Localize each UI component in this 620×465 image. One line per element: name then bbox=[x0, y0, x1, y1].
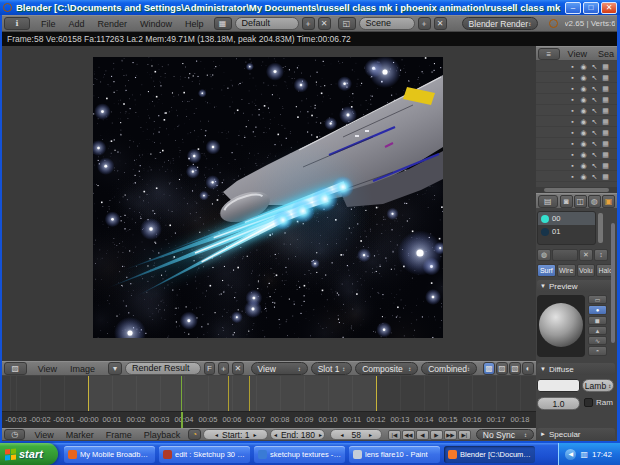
screen-layout-field[interactable]: Default bbox=[235, 17, 299, 30]
material-slot[interactable]: 01 bbox=[538, 225, 595, 238]
properties-tab[interactable]: ◙ bbox=[560, 195, 573, 208]
editor-type-image-icon[interactable]: ▨ bbox=[4, 362, 27, 375]
hide-eye-icon[interactable]: ◉ bbox=[579, 107, 588, 114]
datablock-button[interactable]: ◍ bbox=[537, 249, 551, 261]
screen-layout-browse-icon[interactable]: ▦ bbox=[214, 17, 232, 30]
menu-item[interactable]: Add bbox=[67, 19, 87, 29]
selectable-arrow-icon[interactable]: ↖ bbox=[590, 107, 599, 114]
specular-panel-header[interactable]: ► Specular bbox=[537, 428, 615, 440]
timeline-ruler[interactable]: -00:03-00:02-00:01-00:0000:0100:0200:030… bbox=[2, 411, 536, 428]
material-type-button[interactable]: Surf bbox=[537, 264, 556, 277]
hide-eye-icon[interactable]: ◉ bbox=[579, 74, 588, 81]
menu-item[interactable]: View bbox=[566, 49, 589, 59]
menu-item[interactable]: Playback bbox=[142, 430, 183, 440]
task-button[interactable]: edit : Sketchup 30 m... bbox=[159, 446, 250, 463]
object-dot-icon[interactable]: ▪ bbox=[568, 107, 577, 114]
outliner-row[interactable]: ▪◉↖▦ bbox=[536, 116, 617, 127]
datablock-button[interactable]: ✕ bbox=[579, 249, 593, 261]
slot-list-scrollbar[interactable] bbox=[598, 213, 603, 243]
playback-button[interactable]: ◀◀ bbox=[402, 430, 415, 440]
hide-eye-icon[interactable]: ◉ bbox=[579, 162, 588, 169]
image-browse-icon[interactable]: ▾ bbox=[108, 362, 122, 375]
menu-item[interactable]: Help bbox=[183, 19, 206, 29]
preview-type-button[interactable]: ◓ bbox=[588, 346, 607, 355]
timeline-body[interactable] bbox=[2, 376, 536, 411]
current-frame-field[interactable]: ◂ 58 ▸ bbox=[330, 429, 381, 440]
timeline-marker[interactable] bbox=[376, 376, 377, 411]
preview-type-button[interactable]: ◼ bbox=[588, 316, 607, 325]
channel-button[interactable]: ▩ bbox=[483, 362, 495, 375]
datablock-button[interactable] bbox=[552, 249, 578, 261]
timeline-marker[interactable] bbox=[249, 376, 250, 411]
diffuse-shader-dropdown[interactable]: Lamb ↕ bbox=[582, 379, 614, 392]
image-name-field[interactable]: Render Result bbox=[125, 362, 201, 375]
render-engine-dropdown[interactable]: Blender Render ↕ bbox=[462, 17, 538, 30]
selectable-arrow-icon[interactable]: ↖ bbox=[590, 140, 599, 147]
render-restrict-icon[interactable]: ▦ bbox=[601, 107, 610, 114]
hide-eye-icon[interactable]: ◉ bbox=[579, 140, 588, 147]
object-dot-icon[interactable]: ▪ bbox=[568, 151, 577, 158]
outliner-row[interactable]: ▪◉↖▦ bbox=[536, 127, 617, 138]
outliner-row[interactable]: ▪◉↖▦ bbox=[536, 160, 617, 171]
hide-icons-chevron-icon[interactable]: ◀ bbox=[565, 449, 576, 460]
selectable-arrow-icon[interactable]: ↖ bbox=[590, 63, 599, 70]
timeline-marker[interactable] bbox=[228, 376, 229, 411]
menu-item[interactable]: File bbox=[39, 19, 58, 29]
decrement-arrow-icon[interactable]: ◂ bbox=[274, 431, 277, 438]
layer-dropdown[interactable]: Composite ↕ bbox=[355, 362, 418, 375]
ramp-checkbox[interactable] bbox=[584, 398, 593, 407]
pass-dropdown[interactable]: Combined ↕ bbox=[421, 362, 477, 375]
menu-item[interactable]: Render bbox=[96, 19, 130, 29]
outliner-row[interactable]: ▪◉↖▦ bbox=[536, 61, 617, 72]
task-button[interactable]: lens flare10 - Paint bbox=[349, 446, 440, 463]
preview-type-button[interactable]: ▭ bbox=[588, 295, 607, 304]
outliner-row[interactable]: ▪◉↖▦ bbox=[536, 171, 617, 182]
channel-button[interactable]: ▧ bbox=[509, 362, 521, 375]
playback-button[interactable]: ▶ bbox=[430, 430, 443, 440]
playback-button[interactable]: |◀ bbox=[388, 430, 401, 440]
start-frame-field[interactable]: ◂ Start: 1 ▸ bbox=[203, 429, 269, 440]
selectable-arrow-icon[interactable]: ↖ bbox=[590, 96, 599, 103]
network-icon[interactable]: ▥ bbox=[580, 450, 588, 459]
render-restrict-icon[interactable]: ▦ bbox=[601, 151, 610, 158]
menu-item[interactable]: Image bbox=[68, 364, 97, 374]
diffuse-intensity-slider[interactable]: 1.0 bbox=[537, 397, 580, 410]
menu-item[interactable]: View bbox=[36, 364, 59, 374]
minimize-button[interactable]: – bbox=[565, 2, 581, 14]
menu-item[interactable]: Window bbox=[138, 19, 174, 29]
timeline-marker[interactable] bbox=[88, 376, 89, 411]
properties-tab[interactable]: ◫ bbox=[574, 195, 587, 208]
material-type-button[interactable]: Wire bbox=[557, 264, 576, 277]
preview-type-button[interactable]: ∿ bbox=[588, 336, 607, 345]
render-restrict-icon[interactable]: ▦ bbox=[601, 96, 610, 103]
diffuse-panel-header[interactable]: ▼ Diffuse bbox=[537, 363, 615, 375]
outliner-row[interactable]: ▪◉↖▦ bbox=[536, 105, 617, 116]
add-layout-plus-icon[interactable]: ＋ bbox=[302, 17, 315, 30]
increment-arrow-icon[interactable]: ▸ bbox=[319, 431, 322, 438]
task-button[interactable]: Blender [C:\Documen... bbox=[444, 446, 535, 463]
hide-eye-icon[interactable]: ◉ bbox=[579, 129, 588, 136]
datablock-button[interactable]: ↕ bbox=[594, 249, 608, 261]
selectable-arrow-icon[interactable]: ↖ bbox=[590, 162, 599, 169]
task-button[interactable]: My Mobile Broadband... bbox=[64, 446, 155, 463]
preview-range-clock-icon[interactable]: ◔ bbox=[188, 429, 201, 440]
selectable-arrow-icon[interactable]: ↖ bbox=[590, 118, 599, 125]
outliner-row[interactable]: ▪◉↖▦ bbox=[536, 149, 617, 160]
outliner-row[interactable]: ▪◉↖▦ bbox=[536, 94, 617, 105]
selectable-arrow-icon[interactable]: ↖ bbox=[590, 151, 599, 158]
material-slot[interactable]: 00 bbox=[538, 212, 595, 225]
editor-type-info-icon[interactable]: ℹ bbox=[4, 17, 30, 30]
hide-eye-icon[interactable]: ◉ bbox=[579, 118, 588, 125]
editor-type-outliner-icon[interactable]: ≡ bbox=[538, 48, 560, 60]
decrement-arrow-icon[interactable]: ◂ bbox=[340, 431, 343, 438]
properties-scrollbar[interactable] bbox=[611, 223, 615, 343]
object-dot-icon[interactable]: ▪ bbox=[568, 85, 577, 92]
playback-button[interactable]: ▶▶ bbox=[444, 430, 457, 440]
hide-eye-icon[interactable]: ◉ bbox=[579, 151, 588, 158]
playhead-line[interactable] bbox=[181, 412, 183, 428]
channel-button[interactable]: ▨ bbox=[496, 362, 508, 375]
preview-type-button[interactable]: ● bbox=[588, 305, 607, 314]
delete-layout-close-icon[interactable]: ✕ bbox=[318, 17, 331, 30]
delete-scene-close-icon[interactable]: ✕ bbox=[434, 17, 447, 30]
object-dot-icon[interactable]: ▪ bbox=[568, 140, 577, 147]
